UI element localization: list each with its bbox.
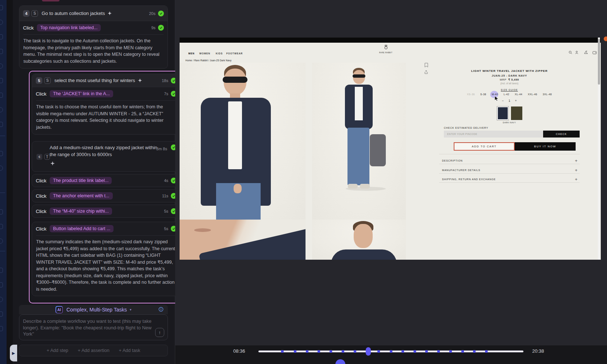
target-chip[interactable]: The “M-40” size chip withi... [50, 208, 112, 215]
site-scrollbar-thumb[interactable] [598, 39, 600, 85]
timeline-track[interactable] [258, 351, 523, 352]
timeline-step-marker[interactable] [390, 350, 392, 353]
panel-collapse-handle[interactable]: ▶ [10, 345, 17, 361]
buy-it-now-button[interactable]: BUY IT NOW [515, 142, 576, 151]
add-task-button[interactable]: + Add task [119, 348, 141, 353]
timeline-step-marker[interactable] [414, 350, 416, 353]
product-code: JUAN-25 - DARK NAVY [439, 74, 580, 77]
task-duration: 3m 8s [156, 147, 167, 151]
dock-icon-fragment [0, 63, 3, 69]
step-5-click-row[interactable]: Click The ‘JACKET’ link in the A... 7s [32, 87, 180, 100]
ai-mode-bar[interactable]: AI Complex, Multi-Step Tasks ▾ [19, 305, 168, 314]
click-card-1[interactable]: Click The product title link label... 4s [32, 174, 181, 187]
timeline-step-marker[interactable] [449, 350, 452, 353]
click-card-3[interactable]: Click The “M-40” size chip withi... 5s [32, 205, 181, 218]
size-chip-3xl48[interactable]: 3XL-48 [543, 93, 552, 96]
target-chip[interactable]: Button labeled Add to cart ... [50, 225, 114, 232]
submit-arrow-button[interactable]: ↑ [155, 328, 164, 337]
plus-icon[interactable]: + [575, 168, 577, 173]
size-chip-m40-selected[interactable]: M-40 [492, 93, 498, 96]
nav-link-women[interactable]: WOMEN [199, 52, 210, 55]
plus-icon[interactable]: + [575, 158, 577, 163]
brand-name: RARE RABBIT [375, 52, 397, 54]
size-chip-s38[interactable]: S-38 [480, 93, 486, 96]
product-photo-1[interactable] [180, 63, 306, 220]
swatch-dark-navy-selected[interactable] [497, 106, 509, 120]
variable-icon: € [37, 154, 42, 160]
bag-icon[interactable] [592, 49, 597, 56]
product-photo-3[interactable] [180, 220, 306, 260]
divider [439, 173, 580, 174]
dock-icon-fragment [0, 93, 3, 98]
target-chip[interactable]: Top navigation link labeled... [37, 24, 101, 31]
product-title: LIGHT WINTER TRAVEL JACKET WITH ZIPPER [439, 69, 580, 73]
step-4-header[interactable]: 4 S Go to autum collection jackets 20s [19, 6, 168, 21]
size-chip-xl44[interactable]: XL-44 [515, 93, 522, 96]
timeline-step-marker[interactable] [473, 350, 476, 353]
qty-minus-button[interactable]: − [502, 99, 504, 102]
dock-icon-fragment [0, 107, 3, 112]
size-guide-link[interactable]: SIZE GUIDE [439, 89, 580, 91]
breadcrumb[interactable]: Home / Rare Rabbit / Juan-25 Dark Navy [185, 59, 231, 62]
share-icon[interactable] [424, 69, 428, 75]
product-photo-2[interactable] [312, 63, 406, 220]
step-4-card: 4 S Go to autum collection jackets 20s C… [19, 5, 168, 69]
nav-link-kids[interactable]: KIDS [216, 52, 223, 55]
dock-icon-fragment [0, 326, 3, 331]
chevron-down-icon[interactable]: ▾ [130, 308, 131, 311]
swatch-olive[interactable] [511, 107, 522, 120]
qty-plus-button[interactable]: + [515, 99, 517, 102]
dock-icon-fragment [0, 20, 3, 25]
timeline-step-marker[interactable] [377, 350, 380, 353]
timeline-step-marker[interactable] [294, 350, 296, 353]
timeline-step-marker[interactable] [281, 350, 284, 353]
target-chip[interactable]: The product title link label... [50, 177, 112, 184]
workflow-input[interactable] [19, 315, 168, 340]
timeline-step-marker[interactable] [306, 350, 308, 353]
step-duration: 18s [162, 78, 168, 83]
add-step-button[interactable]: + Add step [47, 348, 68, 353]
target-chip[interactable]: The ‘JACKET’ link in the A... [50, 90, 113, 97]
step-5-summary: The task is to choose the most useful it… [32, 101, 180, 134]
info-icon[interactable] [158, 307, 164, 313]
timeline-step-marker[interactable] [330, 350, 332, 353]
ai-mode-title[interactable]: Complex, Multi-Step Tasks [66, 307, 127, 313]
nav-link-men[interactable]: MEN [188, 52, 195, 55]
size-chip-xs36: XS-36 [467, 93, 475, 96]
timeline-step-marker[interactable] [318, 350, 320, 353]
size-chip-xxl46[interactable]: XXL-46 [528, 93, 537, 96]
final-summary: The summary indicates the item (medium-s… [32, 236, 180, 296]
accordion-manufacturer[interactable]: MANUFACTURER DETAILS + [439, 167, 580, 175]
timeline-step-marker[interactable] [425, 350, 428, 353]
step-5-header[interactable]: 5 S select the most useful thing for win… [32, 74, 180, 87]
nav-link-footwear[interactable]: FOOTWEAR [226, 52, 243, 55]
target-chip[interactable]: The anchor element with t... [50, 192, 112, 200]
accordion-description[interactable]: DESCRIPTION + [439, 158, 580, 165]
action-label: Click [36, 193, 46, 199]
timeline-step-marker[interactable] [402, 350, 404, 353]
dock-icon-fragment [0, 166, 3, 171]
size-chip-l42[interactable]: L-42 [504, 93, 510, 96]
brand-logo[interactable]: RARE RABBIT [375, 44, 397, 54]
timeline-step-marker[interactable] [342, 350, 344, 353]
hanger-icon[interactable] [584, 49, 588, 56]
add-assertion-button[interactable]: + Add assertion [78, 348, 110, 353]
check-pincode-button[interactable]: CHECK [543, 131, 580, 138]
click-card-2[interactable]: Click The anchor element with t... 11s [32, 189, 181, 202]
timeline-step-marker[interactable] [485, 350, 488, 353]
plus-icon[interactable]: + [575, 177, 577, 182]
step-4-click-row[interactable]: Click Top navigation link labeled... 9s [19, 21, 168, 34]
task-type-badge: T [44, 154, 50, 160]
action-label: Click [36, 91, 46, 97]
timeline-step-marker[interactable] [437, 350, 440, 353]
product-photo-4[interactable] [312, 220, 406, 260]
timeline-step-marker[interactable] [461, 350, 464, 353]
task-card[interactable]: € T Add a medium-sized dark navy zipped … [32, 141, 181, 172]
timeline-step-marker[interactable] [354, 350, 356, 353]
accordion-shipping[interactable]: SHIPPING, RETURN AND EXCHANGE + [439, 177, 580, 184]
pincode-input[interactable] [444, 131, 543, 138]
wishlist-bookmark-icon[interactable] [424, 62, 428, 69]
add-to-cart-button[interactable]: ADD TO CART [454, 142, 515, 151]
timeline-thumb[interactable] [366, 347, 371, 356]
click-row[interactable]: Click Button labeled Add to cart ... 5s [32, 222, 180, 235]
